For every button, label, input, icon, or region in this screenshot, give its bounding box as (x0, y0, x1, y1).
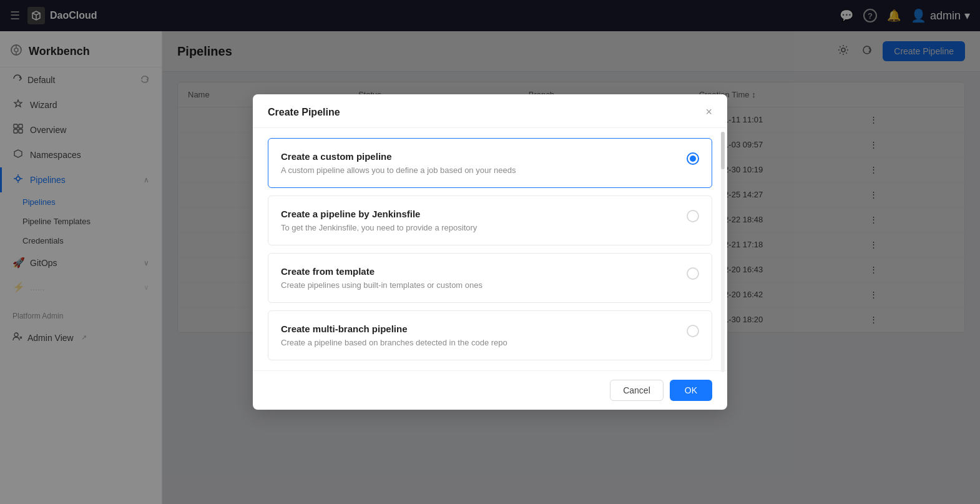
multibranch-desc: Create a pipeline based on branches dete… (281, 338, 687, 347)
create-pipeline-modal: Create Pipeline × Create a custom pipeli… (253, 94, 727, 410)
modal-scrollbar-track (721, 132, 725, 372)
template-desc: Create pipelines using built-in template… (281, 280, 687, 290)
modal-overlay[interactable]: Create Pipeline × Create a custom pipeli… (0, 0, 980, 504)
pipeline-option-custom[interactable]: Create a custom pipeline A custom pipeli… (268, 138, 712, 188)
jenkinsfile-title: Create a pipeline by Jenkinsfile (281, 209, 687, 219)
modal-title: Create Pipeline (268, 107, 340, 118)
modal-close-button[interactable]: × (705, 106, 712, 119)
modal-header: Create Pipeline × (253, 94, 727, 128)
custom-pipeline-title: Create a custom pipeline (281, 151, 687, 162)
multibranch-radio[interactable] (687, 325, 699, 337)
custom-pipeline-radio[interactable] (687, 152, 699, 165)
cancel-button[interactable]: Cancel (610, 380, 664, 401)
modal-body: Create a custom pipeline A custom pipeli… (253, 128, 727, 370)
custom-pipeline-desc: A custom pipeline allows you to define a… (281, 166, 687, 175)
ok-button[interactable]: OK (670, 380, 712, 401)
template-radio[interactable] (687, 267, 699, 280)
pipeline-option-jenkinsfile[interactable]: Create a pipeline by Jenkinsfile To get … (268, 195, 712, 245)
pipeline-option-multibranch[interactable]: Create multi-branch pipeline Create a pi… (268, 310, 712, 360)
jenkinsfile-desc: To get the Jenkinsfile, you need to prov… (281, 223, 687, 232)
pipeline-option-template[interactable]: Create from template Create pipelines us… (268, 253, 712, 303)
modal-footer: Cancel OK (253, 370, 727, 410)
jenkinsfile-radio[interactable] (687, 210, 699, 222)
multibranch-title: Create multi-branch pipeline (281, 324, 687, 334)
modal-scrollbar-thumb[interactable] (721, 132, 725, 169)
template-title: Create from template (281, 266, 687, 277)
